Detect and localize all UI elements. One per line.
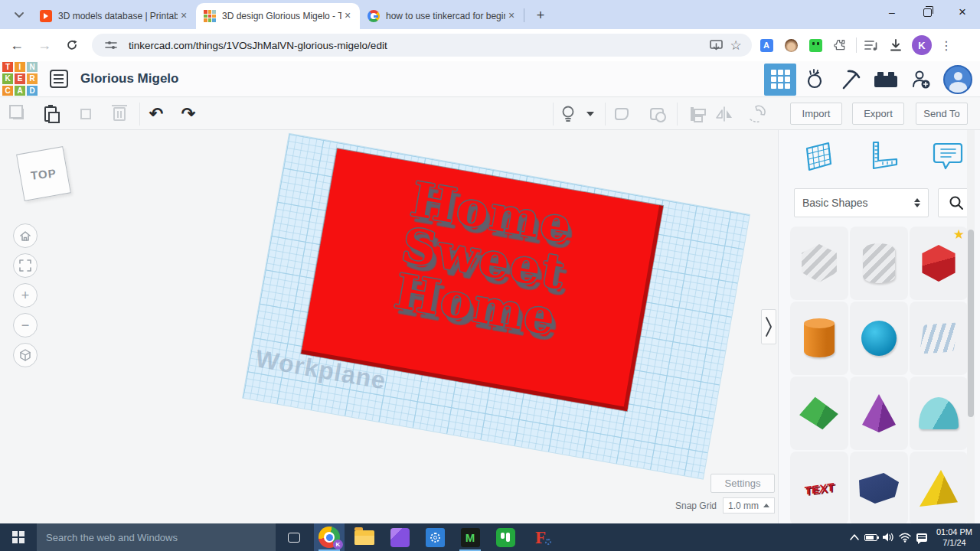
- install-app-icon[interactable]: [706, 35, 726, 55]
- show-all-button[interactable]: [557, 103, 579, 125]
- import-button[interactable]: Import: [790, 103, 842, 125]
- send-to-button[interactable]: Send To: [916, 103, 968, 125]
- extension-monkey-icon[interactable]: [781, 35, 801, 55]
- scrollbar-thumb[interactable]: [968, 230, 974, 417]
- url-text[interactable]: tinkercad.com/things/1VOsJhMalVN-gloriou…: [129, 40, 706, 51]
- reload-button[interactable]: [61, 34, 83, 56]
- taskbar-green-app-button[interactable]: [490, 523, 521, 551]
- notes-tool-icon[interactable]: [932, 139, 964, 174]
- perspective-toggle-button[interactable]: [13, 343, 38, 367]
- show-all-dropdown-caret[interactable]: [583, 103, 597, 125]
- browser-tab-printables[interactable]: 3D models database | Printables ×: [32, 3, 196, 29]
- snap-grid-dropdown[interactable]: 1.0 mm: [723, 497, 775, 514]
- downloads-icon[interactable]: [886, 35, 906, 55]
- zoom-out-button[interactable]: −: [13, 313, 38, 337]
- taskbar-file-explorer-button[interactable]: [349, 523, 380, 551]
- home-view-button[interactable]: [13, 223, 38, 248]
- tab-close-icon[interactable]: ×: [505, 10, 518, 22]
- tab-title: 3D design Glorious Migelo - Tin: [222, 11, 341, 21]
- design-properties-icon[interactable]: [50, 70, 68, 88]
- ruler-tool-icon[interactable]: [866, 139, 898, 174]
- shape-scribble-blue[interactable]: [910, 302, 968, 375]
- mode-brick-button[interactable]: [870, 64, 902, 96]
- undo-button[interactable]: ↶: [145, 103, 167, 125]
- close-window-button[interactable]: ×: [945, 0, 980, 24]
- extension-green-icon[interactable]: [805, 35, 825, 55]
- browser-tab-tinkercad[interactable]: 3D design Glorious Migelo - Tin ×: [196, 3, 360, 29]
- reading-list-icon[interactable]: [861, 35, 881, 55]
- taskbar-movies-button[interactable]: [384, 523, 415, 551]
- taskbar-f-app-button[interactable]: F: [525, 523, 556, 551]
- site-settings-icon[interactable]: [101, 35, 121, 55]
- bookmark-star-icon[interactable]: ☆: [726, 35, 746, 55]
- design-text[interactable]: Home Sweet Home: [311, 162, 657, 357]
- shape-roof-green[interactable]: [790, 377, 848, 450]
- copy-button[interactable]: [8, 103, 29, 125]
- shape-polygon-blue[interactable]: [850, 452, 908, 523]
- design-title[interactable]: Glorious Migelo: [80, 71, 178, 86]
- workplane-tool-icon[interactable]: [801, 139, 833, 174]
- shape-cylinder-orange[interactable]: [790, 302, 848, 375]
- tab-list-chevron-icon[interactable]: [9, 5, 29, 25]
- shape-sphere-blue[interactable]: [850, 302, 908, 375]
- taskbar-settings-button[interactable]: [420, 523, 450, 551]
- snap-magnet-button[interactable]: [747, 103, 769, 125]
- shape-category-dropdown[interactable]: Basic Shapes: [794, 188, 929, 217]
- shape-round-roof-teal[interactable]: [910, 377, 968, 450]
- tinkercad-profile-avatar[interactable]: [943, 65, 972, 94]
- url-omnibox[interactable]: tinkercad.com/things/1VOsJhMalVN-gloriou…: [92, 34, 752, 57]
- tinkercad-logo[interactable]: TINKERCAD: [2, 62, 38, 96]
- start-button[interactable]: [0, 523, 37, 551]
- group-button[interactable]: [611, 103, 632, 125]
- tab-close-icon[interactable]: ×: [178, 10, 190, 22]
- duplicate-button[interactable]: [75, 103, 96, 125]
- invite-person-button[interactable]: [905, 64, 937, 96]
- shape-cylinder-striped[interactable]: [850, 227, 908, 300]
- new-tab-button[interactable]: +: [531, 5, 550, 25]
- mirror-button[interactable]: [714, 103, 735, 125]
- taskbar-search-input[interactable]: [37, 523, 276, 551]
- maximize-button[interactable]: [910, 0, 945, 24]
- battery-icon[interactable]: [863, 523, 880, 551]
- workplane-grid[interactable]: Home Sweet Home Home Sweet Home Workplan…: [243, 134, 750, 479]
- mode-minecraft-pickaxe-button[interactable]: [835, 64, 867, 96]
- back-button[interactable]: ←: [6, 34, 28, 56]
- browser-profile-avatar[interactable]: K: [912, 35, 932, 55]
- mode-sim-lab-button[interactable]: [799, 64, 831, 96]
- mode-3d-design-button[interactable]: [764, 64, 796, 96]
- ungroup-button[interactable]: [646, 103, 668, 125]
- wifi-icon[interactable]: [897, 523, 913, 551]
- taskbar-m-app-button[interactable]: M: [455, 523, 485, 551]
- shape-box-red[interactable]: ★: [910, 227, 968, 300]
- tray-chevron-icon[interactable]: [846, 523, 863, 551]
- translate-icon[interactable]: A: [756, 35, 776, 55]
- action-center-icon[interactable]: [913, 523, 930, 551]
- delete-button[interactable]: [109, 103, 130, 125]
- export-button[interactable]: Export: [852, 103, 904, 125]
- toolbar-separator: [553, 103, 554, 126]
- extensions-puzzle-icon[interactable]: [830, 35, 850, 55]
- taskbar-chrome-button[interactable]: K: [314, 523, 345, 551]
- browser-tab-google-search[interactable]: how to use tinkercad for beginn ×: [360, 3, 524, 29]
- view-cube[interactable]: TOP: [16, 146, 71, 201]
- browser-menu-kebab-icon[interactable]: ⋮: [936, 35, 956, 55]
- zoom-in-button[interactable]: +: [13, 283, 38, 308]
- tab-close-icon[interactable]: ×: [341, 10, 354, 22]
- taskbar-clock[interactable]: 01:04 PM 7/1/24: [936, 527, 972, 549]
- volume-icon[interactable]: [880, 523, 897, 551]
- viewport-3d-canvas[interactable]: Home Sweet Home Home Sweet Home Workplan…: [0, 130, 778, 523]
- shape-pyramid-yellow[interactable]: [910, 452, 968, 523]
- minimize-button[interactable]: –: [874, 0, 910, 24]
- redo-button[interactable]: ↷: [178, 103, 199, 125]
- task-view-button[interactable]: [279, 523, 309, 551]
- grid-settings-button[interactable]: Settings: [710, 474, 775, 493]
- shape-box-striped[interactable]: [790, 227, 848, 300]
- paste-button[interactable]: [40, 103, 61, 125]
- collapse-panel-handle[interactable]: [761, 309, 776, 344]
- cylinder-orange-icon: [804, 319, 835, 357]
- fit-view-button[interactable]: [13, 253, 38, 278]
- shape-text-red[interactable]: TEXT: [790, 452, 848, 523]
- sidebar-scrollbar[interactable]: [967, 130, 975, 523]
- shape-cone-purple[interactable]: [850, 377, 908, 450]
- align-button[interactable]: [681, 103, 703, 125]
